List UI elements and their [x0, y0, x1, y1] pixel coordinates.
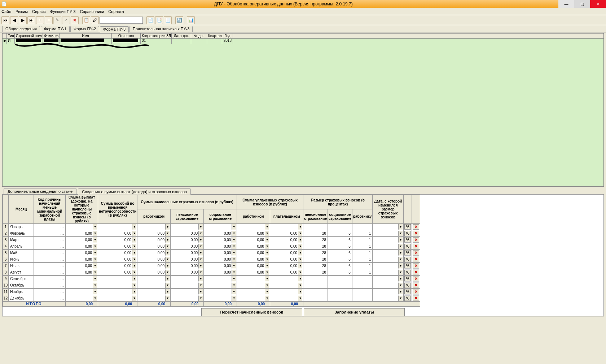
row-delete-button[interactable]: ✕: [413, 231, 419, 236]
chevron-down-icon[interactable]: ▼: [232, 237, 236, 243]
cell-input[interactable]: 0,00▼: [171, 257, 203, 262]
chevron-down-icon[interactable]: ▼: [132, 263, 136, 268]
chevron-down-icon[interactable]: ▼: [298, 270, 302, 275]
cell-input[interactable]: ▼: [373, 276, 403, 281]
chevron-down-icon[interactable]: ▼: [398, 276, 403, 281]
cell-input[interactable]: 0,00▼: [271, 263, 302, 268]
cell-input[interactable]: 0,00▼: [99, 244, 136, 249]
table-row[interactable]: ▶ И 01 2018: [3, 39, 603, 44]
col-dogdate[interactable]: Дата дог.: [172, 34, 191, 38]
cell-input[interactable]: ▼: [138, 289, 170, 294]
chevron-down-icon[interactable]: ▼: [298, 250, 302, 256]
chevron-down-icon[interactable]: ▼: [132, 283, 136, 288]
chevron-down-icon[interactable]: ▼: [232, 270, 236, 275]
percent-button[interactable]: %: [404, 276, 411, 281]
chevron-down-icon[interactable]: ▼: [198, 276, 203, 281]
cell-input[interactable]: ▼: [205, 283, 236, 288]
chevron-down-icon[interactable]: ▼: [398, 250, 403, 256]
cell-input[interactable]: 0,00▼: [99, 263, 136, 268]
chevron-down-icon[interactable]: ▼: [265, 296, 269, 301]
chevron-down-icon[interactable]: ▼: [165, 289, 170, 294]
cell-input[interactable]: 0,00▼: [66, 237, 97, 243]
cell-input[interactable]: 0,00▼: [99, 250, 136, 256]
chevron-down-icon[interactable]: ▼: [132, 237, 136, 243]
chart-button[interactable]: 📊: [187, 16, 195, 24]
chevron-down-icon[interactable]: ▼: [198, 289, 203, 294]
close-button[interactable]: ✕: [590, 0, 606, 8]
table-row[interactable]: 8Август…0,00▼0,00▼0,00▼0,00▼0,00▼0,00▼0,…: [3, 269, 420, 276]
row-delete-button[interactable]: ✕: [413, 237, 419, 243]
cell-input[interactable]: 0,00▼: [171, 244, 203, 249]
cell-input[interactable]: 0,00▼: [238, 270, 269, 275]
cell-input[interactable]: 0,00▼: [66, 250, 97, 256]
row-delete-button[interactable]: ✕: [413, 276, 419, 281]
chevron-down-icon[interactable]: ▼: [265, 244, 269, 249]
cell-input[interactable]: 0,00▼: [138, 263, 170, 268]
chevron-down-icon[interactable]: ▼: [232, 283, 236, 288]
menu-funcs[interactable]: Функции ПУ-3: [50, 9, 76, 14]
cell-input[interactable]: 0,00▼: [171, 263, 203, 268]
cell-input[interactable]: 0,00▼: [138, 231, 170, 236]
cell-input[interactable]: ▼: [373, 244, 403, 249]
percent-button[interactable]: %: [404, 283, 411, 288]
ellipsis-icon[interactable]: …: [60, 244, 65, 248]
chevron-down-icon[interactable]: ▼: [298, 296, 302, 301]
chevron-down-icon[interactable]: ▼: [93, 263, 97, 268]
cell-input[interactable]: 0,00▼: [271, 231, 302, 236]
chevron-down-icon[interactable]: ▼: [398, 296, 403, 301]
percent-button[interactable]: %: [404, 263, 411, 268]
cell-input[interactable]: 0,00▼: [238, 237, 269, 243]
cell-input[interactable]: ▼: [238, 224, 269, 230]
chevron-down-icon[interactable]: ▼: [165, 244, 170, 249]
cell-input[interactable]: ▼: [171, 224, 203, 230]
cell-input[interactable]: 0,00▼: [138, 257, 170, 262]
chevron-down-icon[interactable]: ▼: [398, 257, 403, 262]
row-delete-button[interactable]: ✕: [413, 244, 419, 249]
chevron-down-icon[interactable]: ▼: [165, 250, 170, 256]
cell-input[interactable]: ▼: [138, 296, 170, 301]
chevron-down-icon[interactable]: ▼: [298, 237, 302, 243]
cell-input[interactable]: 0,00▼: [171, 231, 203, 236]
delete-button[interactable]: ✕: [71, 16, 79, 24]
cell-input[interactable]: 0,00▼: [238, 250, 269, 256]
cell-input[interactable]: 0,00▼: [205, 263, 236, 268]
chevron-down-icon[interactable]: ▼: [298, 244, 302, 249]
cell-input[interactable]: ▼: [99, 224, 136, 230]
cell-input[interactable]: 0,00▼: [271, 270, 302, 275]
search-input[interactable]: [100, 17, 143, 24]
percent-button[interactable]: %: [404, 231, 411, 236]
ellipsis-icon[interactable]: …: [60, 264, 65, 268]
table-row[interactable]: 7Июль…0,00▼0,00▼0,00▼0,00▼0,00▼0,00▼0,00…: [3, 263, 420, 269]
menu-refs[interactable]: Справочники: [80, 9, 104, 14]
percent-button[interactable]: %: [404, 270, 411, 275]
cell-input[interactable]: 0,00▼: [238, 263, 269, 268]
col-snum[interactable]: Страховой номер: [15, 34, 43, 38]
refresh-button[interactable]: 🔄: [175, 16, 183, 24]
cell-input[interactable]: 0,00▼: [99, 237, 136, 243]
chevron-down-icon[interactable]: ▼: [232, 250, 236, 256]
chevron-down-icon[interactable]: ▼: [93, 296, 97, 301]
row-delete-button[interactable]: ✕: [413, 250, 419, 256]
chevron-down-icon[interactable]: ▼: [298, 257, 302, 262]
cell-input[interactable]: ▼: [373, 237, 403, 243]
doc1-button[interactable]: 📄: [146, 16, 154, 24]
cell-input[interactable]: …: [35, 289, 65, 294]
chevron-down-icon[interactable]: ▼: [265, 263, 269, 268]
row-delete-button[interactable]: ✕: [413, 263, 419, 268]
chevron-down-icon[interactable]: ▼: [132, 250, 136, 256]
cell-input[interactable]: ▼: [373, 257, 403, 262]
recalc-button[interactable]: Пересчет начисленных взносов: [201, 308, 302, 316]
add-button[interactable]: ＋: [36, 16, 44, 24]
chevron-down-icon[interactable]: ▼: [232, 231, 236, 236]
chevron-down-icon[interactable]: ▼: [198, 237, 203, 243]
cell-input[interactable]: ▼: [171, 289, 203, 294]
chevron-down-icon[interactable]: ▼: [265, 237, 269, 243]
chevron-down-icon[interactable]: ▼: [265, 224, 269, 230]
cell-input[interactable]: 0,00▼: [66, 270, 97, 275]
cell-input[interactable]: ▼: [238, 283, 269, 288]
cell-input[interactable]: 0,00▼: [271, 237, 302, 243]
tab-general[interactable]: Общие сведения: [2, 26, 40, 32]
chevron-down-icon[interactable]: ▼: [132, 244, 136, 249]
cell-input[interactable]: …: [35, 270, 65, 275]
chevron-down-icon[interactable]: ▼: [132, 296, 136, 301]
